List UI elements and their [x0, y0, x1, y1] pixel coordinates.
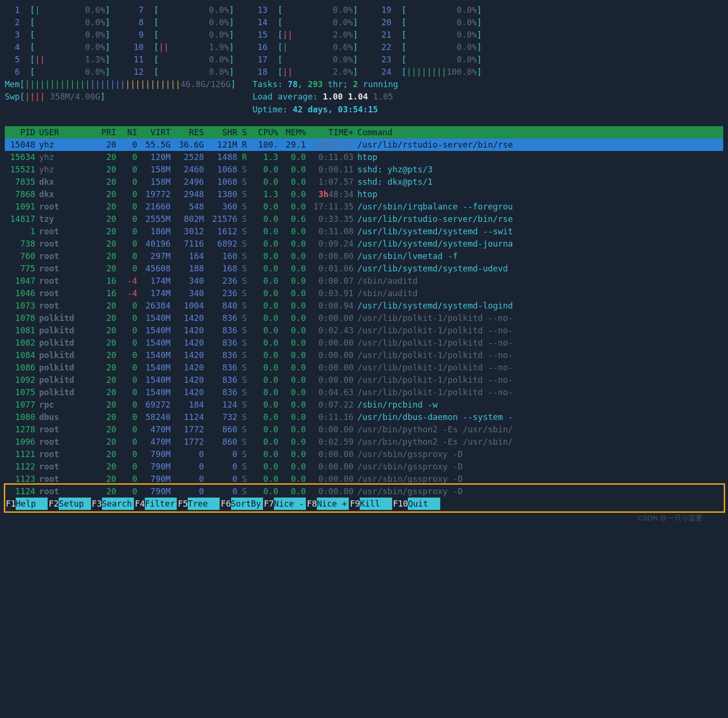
process-row[interactable]: 1086polkitd2001540M1420836S0.00.00:00.00… — [5, 361, 723, 374]
function-key-bar[interactable]: F1Help F2Setup F3SearchF4FilterF5Tree F6… — [5, 498, 723, 510]
process-table-body[interactable]: 15048yhz20055.5G36.6G121MR100.29.134h57:… — [5, 139, 723, 498]
cpu-meter-23: 23 [ 0.0%] — [376, 53, 500, 66]
flabel-sortby[interactable]: SortBy — [231, 498, 263, 510]
flabel-setup[interactable]: Setup — [59, 498, 91, 510]
uptime-row: Uptime: 42 days, 03:54:15 — [5, 103, 723, 116]
process-row[interactable]: 1075polkitd2001540M1420836S0.00.00:04.63… — [5, 386, 723, 399]
flabel-filter[interactable]: Filter — [145, 498, 177, 510]
col-virt[interactable]: VIRT — [137, 126, 171, 139]
fkey-f5[interactable]: F5 — [177, 498, 188, 510]
fkey-f6[interactable]: F6 — [220, 498, 231, 510]
flabel-tree[interactable]: Tree — [188, 498, 220, 510]
fkey-f7[interactable]: F7 — [263, 498, 274, 510]
process-row[interactable]: 775root20045608188168S0.00.00:01.06/usr/… — [5, 262, 723, 275]
uptime-label: Uptime: — [253, 105, 293, 114]
mem-and-tasks-row: Mem[|||||||||||||||||||||||||||||||46.8G… — [5, 78, 723, 90]
tasks-label: Tasks: — [253, 80, 288, 89]
cpu-meter-5: 5 [|| 1.3%] — [5, 53, 129, 66]
fkey-f4[interactable]: F4 — [134, 498, 145, 510]
cpu-meter-14: 14 [ 0.0%] — [253, 16, 376, 29]
cpu-meter-2: 2 [ 0.0%] — [5, 16, 129, 29]
flabel-search[interactable]: Search — [102, 498, 134, 510]
cpu-meter-19: 19 [ 0.0%] — [376, 4, 500, 16]
process-row[interactable]: 1046root16-4174M340236S0.00.00:03.91/sbi… — [5, 287, 723, 299]
flabel-kill[interactable]: Kill — [360, 498, 392, 510]
tasks-running: 2 — [353, 80, 358, 89]
process-row[interactable]: 7868dkx2001977229481380S1.30.03h48:34hto… — [5, 188, 723, 200]
fkey-f2[interactable]: F2 — [48, 498, 59, 510]
col-res[interactable]: RES — [171, 126, 204, 139]
mem-meter: Mem[|||||||||||||||||||||||||||||||46.8G… — [5, 78, 253, 90]
cpu-meter-21: 21 [ 0.0%] — [376, 29, 500, 41]
process-row[interactable]: 15634yhz200120M25281488R1.30.00:11.03hto… — [5, 151, 723, 163]
process-row[interactable]: 14817tzy2002555M802M21576S0.00.60:33.35/… — [5, 213, 723, 225]
loadavg-2: 1.04 — [348, 92, 368, 101]
process-row[interactable]: 1092polkitd2001540M1420836S0.00.00:00.00… — [5, 374, 723, 386]
process-row[interactable]: 1073root200263841004840S0.00.00:08.94/us… — [5, 299, 723, 312]
process-row[interactable]: 15048yhz20055.5G36.6G121MR100.29.134h57:… — [5, 139, 723, 151]
cpu-meter-12: 12 [ 0.0%] — [129, 66, 253, 78]
process-row[interactable]: 738root2004019671166892S0.00.00:09.24/us… — [5, 238, 723, 250]
col-ni[interactable]: NI — [116, 126, 137, 139]
process-row[interactable]: 1278root200470M1772860S0.00.00:00.00/usr… — [5, 423, 723, 436]
cpu-meters: 1 [| 0.6%] 7 [ 0.0%] 13 [ 0.0%] 19 [ 0.0… — [5, 4, 723, 78]
cpu-meter-11: 11 [ 0.0%] — [129, 53, 253, 66]
flabel-nice-+[interactable]: Nice + — [317, 498, 349, 510]
cpu-meter-20: 20 [ 0.0%] — [376, 16, 500, 29]
col-cmd[interactable]: Command — [354, 126, 723, 139]
fkey-f9[interactable]: F9 — [349, 498, 360, 510]
tasks-threads: 293 — [308, 80, 323, 89]
mem-value: 46.8G/126G — [181, 80, 231, 89]
process-row[interactable]: 1082polkitd2001540M1420836S0.00.00:00.00… — [5, 337, 723, 349]
col-pid[interactable]: PID — [5, 126, 37, 139]
col-pri[interactable]: PRI — [89, 126, 116, 139]
cpu-meter-18: 18 [|| 2.0%] — [253, 66, 376, 78]
col-time[interactable]: TIME+ — [306, 126, 354, 139]
uptime: Uptime: 42 days, 03:54:15 — [253, 103, 378, 116]
process-row[interactable]: 1121root200790M00S0.00.00:00.00/usr/sbin… — [5, 448, 723, 460]
cpu-meter-6: 6 [ 0.0%] — [5, 66, 129, 78]
flabel-help[interactable]: Help — [16, 498, 48, 510]
flabel-nice--[interactable]: Nice - — [274, 498, 306, 510]
cpu-meter-16: 16 [| 0.6%] — [253, 41, 376, 53]
flabel-quit[interactable]: Quit — [408, 498, 440, 510]
process-row[interactable]: 760root200297M164160S0.00.00:00.00/usr/s… — [5, 250, 723, 262]
process-row[interactable]: 1078polkitd2001540M1420836S0.00.00:00.00… — [5, 312, 723, 324]
process-row[interactable]: 1047root16-4174M340236S0.00.00:00.07/sbi… — [5, 275, 723, 287]
col-user[interactable]: USER — [37, 126, 89, 139]
loadavg-1: 1.00 — [323, 92, 343, 101]
process-row[interactable]: 1084polkitd2001540M1420836S0.00.00:00.00… — [5, 349, 723, 361]
process-row[interactable]: 1096root200470M1772860S0.00.00:02.59/usr… — [5, 436, 723, 448]
process-row[interactable]: 1123root200790M00S0.00.00:00.00/usr/sbin… — [5, 473, 723, 485]
process-row[interactable]: 1080dbus200582401124732S0.00.00:11.16/us… — [5, 411, 723, 423]
cpu-meter-24: 24 [||||||||100.0%] — [376, 66, 500, 78]
swp-and-load-row: Swp[|||| 358M/4.00G] Load average: 1.00 … — [5, 90, 723, 103]
tasks-info: Tasks: 78, 293 thr; 2 running — [253, 78, 398, 90]
fkey-f3[interactable]: F3 — [91, 498, 102, 510]
col-shr[interactable]: SHR — [204, 126, 237, 139]
col-mem[interactable]: MEM% — [278, 126, 306, 139]
process-row[interactable]: 7835dkx200158M24961068S0.00.01:07.57sshd… — [5, 176, 723, 188]
process-row[interactable]: 1124root200790M00S0.00.00:00.00/usr/sbin… — [5, 485, 723, 498]
process-row[interactable]: 1081polkitd2001540M1420836S0.00.00:02.43… — [5, 324, 723, 337]
process-row[interactable]: 15521yhz200158M24601068S0.00.00:00.11ssh… — [5, 163, 723, 176]
htop-screen: 1 [| 0.6%] 7 [ 0.0%] 13 [ 0.0%] 19 [ 0.0… — [0, 0, 728, 514]
cpu-meter-3: 3 [ 0.0%] — [5, 29, 129, 41]
cpu-meter-7: 7 [ 0.0%] — [129, 4, 253, 16]
col-s[interactable]: S — [237, 126, 250, 139]
process-row[interactable]: 1077rpc20069272184124S0.00.00:07.22/sbin… — [5, 399, 723, 411]
process-row[interactable]: 1root200186M30121612S0.00.00:31.08/usr/l… — [5, 225, 723, 238]
loadavg-label: Load average: — [253, 92, 323, 101]
cpu-meter-8: 8 [ 0.0%] — [129, 16, 253, 29]
col-cpu[interactable]: CPU% — [250, 126, 278, 139]
process-table-header[interactable]: PID USER PRI NI VIRT RES SHR S CPU% MEM%… — [5, 126, 723, 139]
process-row[interactable]: 1091root20021660548360S0.00.017:11.35/us… — [5, 200, 723, 213]
cpu-meter-22: 22 [ 0.0%] — [376, 41, 500, 53]
process-row[interactable]: 1122root200790M00S0.00.00:00.00/usr/sbin… — [5, 460, 723, 473]
load-average: Load average: 1.00 1.04 1.05 — [253, 90, 393, 103]
fkey-f8[interactable]: F8 — [306, 498, 317, 510]
fkey-f10[interactable]: F10 — [392, 498, 408, 510]
fkey-f1[interactable]: F1 — [5, 498, 16, 510]
mem-label: Mem — [5, 80, 20, 89]
swp-meter: Swp[|||| 358M/4.00G] — [5, 90, 253, 103]
